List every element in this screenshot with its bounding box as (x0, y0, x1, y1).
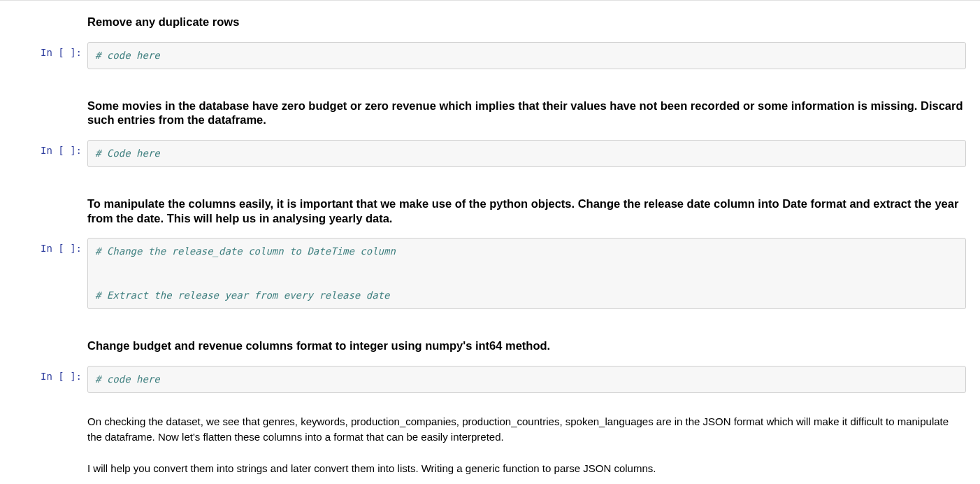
code-cell[interactable]: In [ ]: # code here (14, 363, 966, 396)
paragraph-convert-strings: I will help you convert them into string… (87, 458, 966, 481)
paragraph-json-columns: On checking the dataset, we see that gen… (87, 411, 966, 449)
heading-discard-zero: Some movies in the database have zero bu… (87, 96, 966, 131)
heading-int64: Change budget and revenue columns format… (87, 336, 966, 357)
input-prompt: In [ ]: (14, 366, 87, 387)
markdown-cell: Change budget and revenue columns format… (14, 333, 966, 360)
code-cell[interactable]: In [ ]: # Code here (14, 137, 966, 170)
input-prompt: In [ ]: (14, 238, 87, 259)
heading-remove-duplicates: Remove any duplicate rows (87, 12, 966, 34)
code-input-area[interactable]: # code here (87, 366, 966, 393)
code-comment: # Code here (95, 148, 160, 159)
code-input-area[interactable]: # Code here (87, 140, 966, 167)
markdown-cell: To manipulate the columns easily, it is … (14, 191, 966, 232)
code-comment: # Change the release_date column to Date… (95, 245, 396, 257)
code-input-area[interactable]: # Change the release_date column to Date… (87, 238, 966, 309)
code-comment: # Extract the release year from every re… (95, 290, 389, 301)
markdown-cell: Remove any duplicate rows (14, 9, 966, 36)
code-comment: # code here (95, 373, 160, 385)
input-prompt: In [ ]: (14, 140, 87, 161)
code-cell[interactable]: In [ ]: # code here (14, 39, 966, 72)
heading-release-date: To manipulate the columns easily, it is … (87, 194, 966, 229)
markdown-cell: On checking the dataset, we see that gen… (14, 408, 966, 483)
markdown-cell: Some movies in the database have zero bu… (14, 93, 966, 134)
code-input-area[interactable]: # code here (87, 42, 966, 69)
code-cell[interactable]: In [ ]: # Change the release_date column… (14, 235, 966, 312)
input-prompt: In [ ]: (14, 42, 87, 63)
code-comment: # code here (95, 50, 160, 61)
notebook-container: Remove any duplicate rows In [ ]: # code… (0, 2, 980, 484)
top-rule (0, 0, 980, 1)
